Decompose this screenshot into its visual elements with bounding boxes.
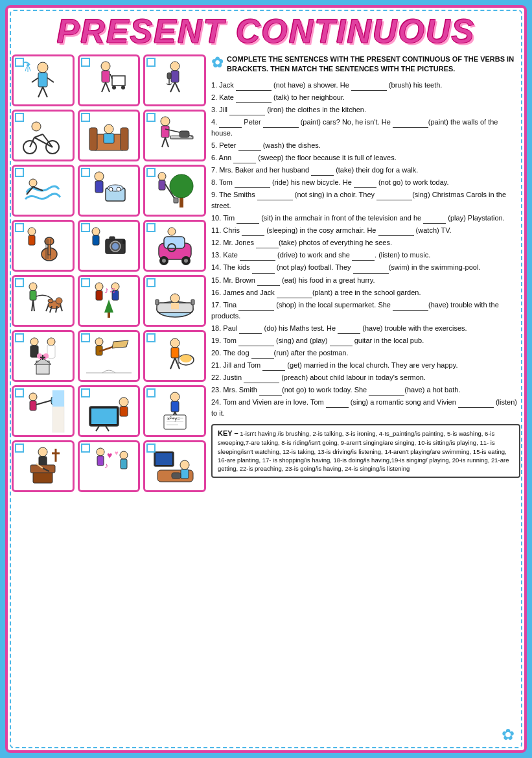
- checkbox-20[interactable]: [81, 388, 90, 397]
- blank-19-2[interactable]: [330, 346, 353, 346]
- checkbox-6[interactable]: [146, 113, 156, 122]
- image-cell-6: [143, 110, 206, 161]
- blank-20[interactable]: [251, 358, 274, 359]
- key-text: 1-isn't having /is brushing, 2-is talkin…: [218, 430, 509, 472]
- blank-4-1[interactable]: [219, 127, 242, 128]
- checkbox-5[interactable]: [81, 113, 90, 122]
- image-cell-14: ♪♫: [78, 275, 141, 327]
- svg-text:♥: ♥: [115, 449, 119, 456]
- svg-point-159: [120, 451, 128, 459]
- blank-11-1[interactable]: [242, 235, 264, 236]
- svg-rect-139: [171, 401, 179, 412]
- svg-line-7: [25, 67, 27, 71]
- blank-9-1[interactable]: [257, 200, 293, 200]
- blank-13-1[interactable]: [240, 260, 275, 261]
- checkbox-8[interactable]: [81, 168, 90, 177]
- blank-2[interactable]: [236, 102, 272, 103]
- sentence-4: 4. Peter (paint) cars? No, he isn't. He …: [211, 117, 520, 139]
- blank-1-1[interactable]: [236, 90, 272, 91]
- checkbox-23[interactable]: [81, 444, 90, 453]
- sentence-10: 10. Tim (sit) in the armchair in front o…: [211, 213, 520, 224]
- blank-1-2[interactable]: [351, 90, 387, 91]
- sentence-24: 24. Tom and Vivien are in love. Tom (sin…: [211, 397, 520, 419]
- checkbox-12[interactable]: [146, 223, 156, 232]
- svg-marker-97: [104, 300, 113, 313]
- blank-17-2[interactable]: [393, 310, 428, 311]
- sentence-17: 17. Tina (shop) in the local supermarket…: [211, 300, 520, 322]
- blank-4-3[interactable]: [393, 127, 428, 128]
- svg-rect-71: [110, 237, 115, 240]
- svg-point-119: [170, 338, 179, 348]
- blank-3[interactable]: [229, 115, 265, 115]
- checkbox-13[interactable]: [15, 278, 24, 287]
- svg-rect-127: [30, 401, 36, 410]
- svg-rect-57: [174, 198, 178, 203]
- blank-5[interactable]: [238, 150, 261, 151]
- svg-line-5: [47, 78, 54, 82]
- page-title: PRESENT CONTINUOUS: [12, 12, 520, 51]
- checkbox-11[interactable]: [81, 223, 90, 232]
- checkbox-24[interactable]: [146, 444, 156, 453]
- checkbox-22[interactable]: [15, 444, 24, 453]
- checkbox-15[interactable]: [146, 278, 156, 287]
- sentence-9: 9. The Smiths (not sing) in a choir. The…: [211, 189, 520, 211]
- checkbox-18[interactable]: [146, 333, 156, 342]
- blank-18-2[interactable]: [338, 333, 360, 334]
- image-cell-20: [78, 385, 141, 437]
- image-cell-9: [143, 165, 206, 217]
- svg-point-24: [32, 122, 41, 131]
- checkbox-2[interactable]: [81, 58, 90, 67]
- sentence-22: 22. Justin (preach) about child labour i…: [211, 372, 520, 383]
- blank-19-1[interactable]: [238, 346, 274, 346]
- svg-point-34: [104, 124, 113, 134]
- svg-point-66: [92, 228, 100, 235]
- instruction-text: Complete the sentences with the present …: [227, 54, 520, 75]
- blank-7[interactable]: [311, 175, 334, 176]
- checkbox-17[interactable]: [81, 333, 90, 342]
- checkbox-10[interactable]: [15, 223, 24, 232]
- image-grid: ♪♫: [12, 54, 206, 492]
- checkbox-14[interactable]: [81, 278, 90, 287]
- blank-8-1[interactable]: [235, 187, 270, 188]
- blank-14-1[interactable]: [252, 273, 275, 274]
- blank-13-2[interactable]: [352, 260, 375, 261]
- blank-12[interactable]: [256, 248, 279, 248]
- blank-21[interactable]: [262, 370, 285, 371]
- checkbox-16[interactable]: [15, 333, 24, 342]
- blank-9-2[interactable]: [376, 200, 412, 200]
- svg-point-16: [112, 86, 116, 89]
- checkbox-4[interactable]: [15, 113, 24, 122]
- checkbox-19[interactable]: [15, 388, 24, 397]
- blank-10-2[interactable]: [423, 223, 446, 224]
- sentences-area: 1. Jack (not have) a shower. He (brush) …: [211, 80, 520, 478]
- checkbox-3[interactable]: [146, 58, 156, 67]
- svg-point-155: [97, 448, 104, 456]
- blank-6[interactable]: [233, 163, 256, 163]
- blank-23-1[interactable]: [259, 395, 282, 396]
- checkbox-9[interactable]: [146, 168, 156, 177]
- svg-point-51: [117, 187, 121, 191]
- image-cell-17: [78, 330, 141, 382]
- blank-8-2[interactable]: [354, 187, 376, 188]
- blank-24-1[interactable]: [326, 407, 349, 408]
- flower-decoration-bottom: ✿: [502, 726, 515, 744]
- checkbox-7[interactable]: [15, 168, 24, 177]
- blank-18-1[interactable]: [239, 333, 262, 334]
- svg-rect-53: [159, 180, 165, 190]
- blank-24-2[interactable]: [458, 407, 494, 408]
- svg-line-121: [170, 358, 175, 369]
- blank-14-2[interactable]: [353, 273, 389, 274]
- blank-4-2[interactable]: [263, 127, 299, 128]
- blank-10-1[interactable]: [237, 223, 259, 224]
- svg-rect-62: [48, 244, 51, 255]
- checkbox-1[interactable]: [15, 58, 24, 67]
- blank-23-2[interactable]: [369, 395, 404, 396]
- checkbox-21[interactable]: [146, 388, 156, 397]
- blank-11-2[interactable]: [378, 235, 414, 236]
- blank-16[interactable]: [277, 298, 312, 298]
- image-cell-18: [143, 330, 206, 382]
- blank-15[interactable]: [257, 285, 280, 286]
- blank-22[interactable]: [244, 383, 279, 383]
- blank-17-1[interactable]: [238, 310, 274, 311]
- svg-line-84: [33, 300, 34, 311]
